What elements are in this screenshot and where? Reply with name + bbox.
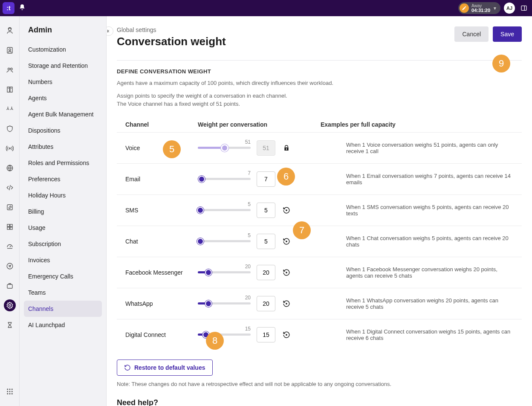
lock-icon [281,143,292,153]
weight-cell: 15 [198,327,321,342]
sidebar-item-attributes[interactable]: Attributes [24,139,102,155]
rail-team-icon[interactable] [4,64,16,76]
icon-rail [0,16,20,406]
svg-point-34 [286,303,287,304]
example-text: When 1 WhatsApp conversation weighs 20 p… [321,297,513,310]
rail-globe-icon[interactable] [4,162,16,174]
weight-slider[interactable]: 5 [198,209,251,211]
sidebar-item-numbers[interactable]: Numbers [24,74,102,90]
save-button[interactable]: Save [493,26,522,42]
section-description-2: Assign points to specify the weight of a… [117,92,522,108]
weight-input[interactable] [257,265,275,280]
weight-input[interactable] [257,296,275,311]
rail-flow-icon[interactable] [4,103,16,115]
sidebar-title: Admin [24,26,102,41]
sidebar-item-ai-launchpad[interactable]: AI Launchpad [24,317,102,333]
svg-point-33 [286,272,287,273]
example-text: When 1 Email conversation weighs 7 point… [321,173,513,186]
sidebar: Admin CustomizationStorage and Retention… [20,16,107,406]
weight-cell: 20 [198,296,321,311]
rail-broadcast-icon[interactable] [4,142,16,154]
svg-rect-14 [7,227,9,229]
rail-book-icon[interactable] [4,84,16,96]
weight-input[interactable] [257,171,275,187]
weight-input[interactable] [257,203,275,218]
table-row: Digital Connect15When 1 Digital Connect … [117,319,522,350]
reset-row-icon[interactable] [281,236,292,246]
sidebar-item-usage[interactable]: Usage [24,220,102,236]
weight-input[interactable] [257,327,275,342]
weight-slider[interactable]: 20 [198,302,251,304]
rail-briefcase-icon[interactable] [4,280,16,292]
panel-toggle-icon[interactable] [518,3,529,14]
reset-row-icon[interactable] [281,299,292,309]
sidebar-item-invoices[interactable]: Invoices [24,252,102,268]
app-logo[interactable]: :t [3,2,14,14]
sidebar-item-agents[interactable]: Agents [24,90,102,106]
rail-code-icon[interactable] [4,182,16,194]
svg-point-29 [11,393,12,394]
cancel-button[interactable]: Cancel [454,26,489,42]
collapse-sidebar-button[interactable] [107,26,113,36]
svg-point-18 [7,263,13,269]
weight-slider[interactable]: 5 [198,240,251,242]
svg-point-20 [9,304,11,307]
sidebar-item-holiday-hours[interactable]: Holiday Hours [24,187,102,203]
weight-cell: 51 [198,140,321,156]
notifications-icon[interactable] [19,4,26,12]
svg-line-16 [10,246,11,247]
weight-cell: 5 [198,234,321,249]
sidebar-item-roles-and-permissions[interactable]: Roles and Permissions [24,155,102,171]
sidebar-item-teams[interactable]: Teams [24,284,102,301]
svg-point-31 [286,209,287,210]
avatar[interactable]: AJ [504,3,515,14]
svg-rect-13 [10,224,12,226]
weight-slider[interactable]: 20 [198,271,251,273]
channel-name: Chat [125,238,198,245]
rail-dashboard-icon[interactable] [4,241,16,252]
sidebar-item-dispositions[interactable]: Dispositions [24,122,102,139]
weight-slider[interactable]: 15 [198,334,251,336]
rail-compass-icon[interactable] [4,260,16,272]
page-title: Conversation weight [117,35,226,48]
sidebar-item-channels[interactable]: Channels [24,301,102,317]
slider-value-label: 20 [245,295,251,301]
sidebar-item-preferences[interactable]: Preferences [24,171,102,187]
reset-row-icon[interactable] [281,205,292,215]
weight-slider[interactable]: 7 [198,178,251,180]
status-label: Away [471,4,490,8]
reset-row-icon[interactable] [281,174,292,184]
reset-row-icon[interactable] [281,330,292,340]
sidebar-item-storage-and-retention[interactable]: Storage and Retention [24,58,102,74]
status-pill[interactable]: Away 04:31:20 ▼ [458,2,500,14]
channel-name: SMS [125,207,198,214]
rail-shield-icon[interactable] [4,123,16,135]
rail-apps-icon[interactable] [4,221,16,233]
sidebar-item-emergency-calls[interactable]: Emergency Calls [24,268,102,284]
example-text: When 1 SMS conversation weighs 5 points,… [321,204,513,217]
rail-contact-icon[interactable] [4,44,16,56]
restore-defaults-label: Restore to default values [134,364,205,371]
rail-grid-icon[interactable] [4,386,16,397]
reset-row-icon[interactable] [281,267,292,278]
weight-input[interactable] [257,234,275,249]
rail-settings-icon[interactable] [4,299,16,311]
svg-point-6 [10,68,12,70]
svg-point-21 [7,389,8,390]
svg-rect-15 [10,227,12,229]
sidebar-item-billing[interactable]: Billing [24,203,102,220]
col-header-channel: Channel [125,121,198,128]
table-row: Voice51When 1 Voice conversation weighs … [117,132,522,163]
rail-edit-icon[interactable] [4,201,16,213]
weights-table: Channel Weight per conversation Examples… [117,117,522,350]
weight-cell: 7 [198,171,321,187]
rail-agent-icon[interactable] [4,25,16,37]
slider-value-label: 20 [245,264,251,270]
channel-name: Facebook Messenger [125,269,198,276]
rail-misc-icon[interactable] [4,319,16,331]
svg-point-30 [286,178,287,179]
sidebar-item-agent-bulk-management[interactable]: Agent Bulk Management [24,106,102,122]
sidebar-item-customization[interactable]: Customization [24,41,102,58]
sidebar-item-subscription[interactable]: Subscription [24,236,102,252]
restore-defaults-button[interactable]: Restore to default values [117,360,213,376]
